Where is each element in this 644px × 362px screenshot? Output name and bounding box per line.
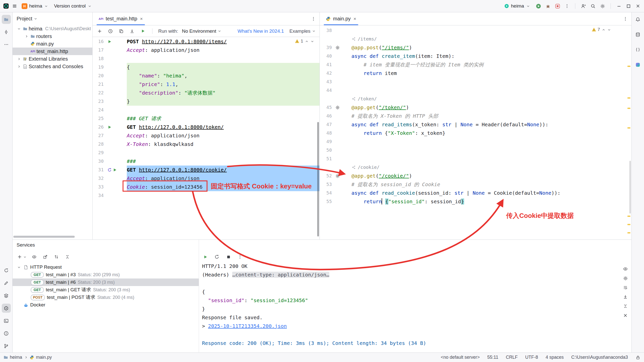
run-icon[interactable] [107,39,112,44]
add-service-button[interactable] [16,253,27,260]
run-icon[interactable] [112,168,117,172]
code-line[interactable]: 28X-Token: klasdkqwlkasd [93,140,319,148]
python-packages-icon[interactable] [2,291,11,300]
code-line[interactable]: 30### [93,157,319,166]
breadcrumb[interactable]: heima main.py [4,355,52,360]
vertical-scrollbar[interactable] [629,161,631,214]
more-options-icon[interactable] [236,253,244,260]
code-line[interactable]: 42 return item [320,69,631,77]
warning-stripe-mark[interactable] [627,108,630,109]
preview-eye-icon[interactable] [31,253,38,260]
pull-requests-icon[interactable] [2,278,11,288]
warning-stripe-mark[interactable] [627,127,630,129]
warning-stripe-mark[interactable] [627,224,630,225]
project-widget[interactable]: H heima [20,2,51,10]
lock-icon[interactable] [635,355,640,360]
caret-position-widget[interactable]: 55:11 [487,355,498,360]
gear-icon[interactable] [335,174,340,178]
run-all-icon[interactable] [139,28,146,35]
request-run-item[interactable]: GETtest_main | #6Status: 200 (3 ms) [13,278,199,286]
rerun-request-icon[interactable] [202,253,209,260]
main-menu-icon[interactable] [11,3,18,10]
code-line[interactable]: 46# 提取名为 X-Token 的 HTTP 头部 [320,112,631,120]
code-line[interactable]: 55 return {"session_id": session_id} [320,197,631,206]
code-line[interactable]: 21 "price": 1.1, [93,80,319,89]
environment-select[interactable]: No Environment [182,28,222,34]
default-server-widget[interactable]: <no default server> [441,355,480,360]
request-run-item[interactable]: POSTtest_main | POST 请求Status: 200 (4 ms… [13,294,199,301]
code-line[interactable]: 40async def create_item(item: Item): [320,52,631,60]
project-tree-item-heima[interactable]: heimaC:\Users\August\Desktop\I [13,25,92,32]
code-line[interactable]: 25### GET 请求 [93,114,319,123]
endpoints-tool-icon[interactable] [633,45,642,54]
commit-tool-icon[interactable] [2,27,11,36]
tab-main-py[interactable]: main.py × [322,12,360,25]
run-button[interactable] [535,3,542,10]
code-line[interactable]: 39@app.post("/items/") [320,43,631,52]
add-request-icon[interactable] [96,28,103,35]
database-tool-icon[interactable] [633,30,642,39]
services-node-http-request[interactable]: HTTP Request [13,263,199,271]
notifications-bell-icon[interactable] [633,15,642,24]
warning-stripe-mark[interactable] [627,232,630,233]
request-run-item[interactable]: GETtest_main | #3Status: 200 (299 ms) [13,271,199,278]
code-line[interactable]: 33Cookie: session_id=123456 [93,183,319,191]
services-panel-header[interactable]: Services [13,240,631,250]
code-line[interactable]: 22 "description": "请求体数据" [93,89,319,97]
window-close-button[interactable] [634,3,641,10]
terminal-tool-icon[interactable] [2,316,11,325]
view-options-icon[interactable] [622,266,628,272]
project-tool-icon[interactable] [2,15,11,24]
line-ending-widget[interactable]: CRLF [506,355,518,360]
debug-button[interactable] [544,3,551,10]
inspections-widget[interactable]: 7 [590,27,612,32]
code-line[interactable]: 20 "name": "heima", [93,71,319,80]
warning-stripe-mark[interactable] [627,97,630,99]
prev-problem-icon[interactable] [601,28,606,32]
code-line[interactable]: 32Accept: application/json [93,174,319,183]
prev-problem-icon[interactable] [305,39,309,43]
http-editor-body[interactable]: 16POST http://127.0.0.1:8000/items/17Acc… [93,37,319,200]
code-line[interactable]: 19{ [93,63,319,71]
search-everywhere-icon[interactable] [589,3,596,10]
encoding-widget[interactable]: UTF-8 [525,355,538,360]
code-line[interactable]: 53# 提取名为 session_id 的 Cookie [320,180,631,189]
code-line[interactable]: 45@app.get("/token/") [320,103,631,112]
next-problem-icon[interactable] [310,39,314,43]
code-line[interactable]: 38 [320,26,631,35]
request-run-item[interactable]: GETtest_main | GET 请求Status: 200 (3 ms) [13,286,199,294]
vertical-scrollbar[interactable] [317,122,319,236]
soft-wrap-icon[interactable] [622,285,628,291]
chevron-right-icon[interactable] [16,56,22,62]
warning-stripe-mark[interactable] [627,66,630,67]
collapse-all-icon[interactable] [64,253,71,260]
services-node-docker[interactable]: Docker [13,301,199,309]
settings-icon[interactable] [622,275,628,281]
vcs-widget[interactable]: Version control [52,2,94,10]
history-icon[interactable] [107,28,114,35]
code-line[interactable]: 52@app.get("/cookie/") [320,172,631,180]
code-line[interactable]: 50 [320,146,631,154]
code-line[interactable]: 49 [320,137,631,146]
code-line[interactable]: 41 # item 变量现在是一个经过验证的 Item 类的实例 [320,60,631,69]
python-console-icon[interactable] [2,266,11,275]
code-line[interactable]: 48 return {"X-Token": x_token} [320,129,631,137]
chevron-down-icon[interactable] [16,26,22,31]
tab-options-icon[interactable] [310,15,317,22]
code-line[interactable]: 23} [93,97,319,106]
rerun-icon[interactable] [107,168,112,172]
code-line[interactable]: 34 [93,191,319,200]
settings-gear-icon[interactable] [599,3,606,10]
close-tab-icon[interactable]: × [140,16,143,22]
code-with-me-icon[interactable] [580,3,587,10]
interpreter-widget[interactable]: C:\Users\August\anaconda3 [571,355,628,360]
project-tree-item-test-main-http[interactable]: APItest_main.http [13,48,92,55]
project-tree-item-external-libraries[interactable]: External Libraries [13,55,92,63]
scroll-to-end-icon[interactable] [622,294,628,300]
window-maximize-button[interactable] [625,3,632,10]
indent-widget[interactable]: 4 spaces [546,355,564,360]
code-line[interactable]: 16POST http://127.0.0.1:8000/items/ [93,37,319,46]
code-line[interactable]: 29 [93,148,319,157]
convert-icon[interactable] [129,28,136,35]
refresh-icon[interactable] [213,253,220,260]
